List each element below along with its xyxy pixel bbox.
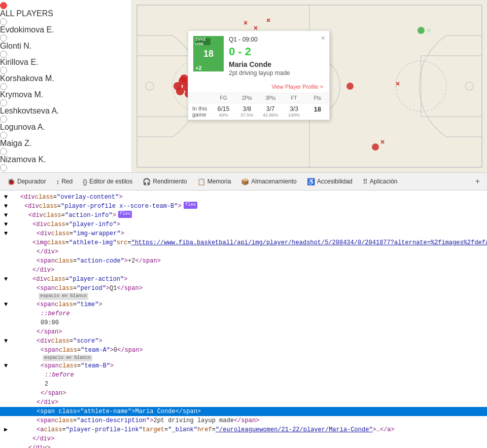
performance-icon: 🎧	[143, 178, 151, 185]
player-row[interactable]: Petrushina T.	[0, 164, 131, 172]
player-name: ALL PLAYERS	[0, 9, 53, 18]
player-radio	[0, 67, 7, 74]
collapse-arrow[interactable]: ▼	[4, 220, 12, 229]
popup-time: 09:00	[242, 36, 258, 43]
toolbar-label-estilos: Editor de estilos	[89, 178, 132, 185]
popup-score: 0 - 2	[229, 45, 324, 58]
profile-link-text: View Player Profile >	[271, 84, 323, 90]
collapse-arrow[interactable]: ▼	[4, 275, 12, 284]
img-src-link[interactable]: "https://www.fiba.basketball/api/img/pla…	[131, 238, 487, 247]
html-line: ▶ <a class="player-profile-link" target=…	[0, 425, 487, 434]
player-row[interactable]: Korshakova M.	[0, 67, 131, 83]
stats-row-label: In this game	[188, 105, 212, 118]
tag-open: <	[37, 284, 40, 293]
player-name: Petrushina T.	[0, 171, 47, 172]
collapse-arrow[interactable]: ▼	[4, 211, 12, 220]
player-name: Korshakova M.	[0, 74, 54, 83]
player-name: Leshkovtseva A.	[0, 106, 59, 115]
tag-open: <	[32, 275, 36, 284]
player-name: Nizamova K.	[0, 155, 46, 164]
toolbar-item-editor-estilos[interactable]: {} Editor de estilos	[78, 173, 137, 190]
html-line: ▼ <div class="player-info">	[0, 220, 487, 229]
whitespace-badge: espacio en blanco	[39, 293, 88, 300]
popup-period: Q1	[229, 36, 237, 43]
player-name: Evdokimova E.	[0, 25, 54, 34]
whitespace-badge: espacio en blanco	[43, 355, 92, 362]
html-line: 09:00	[0, 318, 487, 327]
collapse-arrow[interactable]: ▼	[4, 202, 12, 211]
app-icon: ⠿	[363, 178, 368, 185]
player-radio	[0, 148, 7, 155]
player-radio	[0, 132, 7, 139]
tag-close: </span>	[37, 327, 62, 337]
team-b-score: 2	[45, 380, 48, 389]
collapse-arrow[interactable]: ▼	[4, 193, 12, 202]
player-row[interactable]: Evdokimova E.	[0, 18, 131, 34]
html-line: espacio en blanco	[0, 293, 487, 300]
expand-arrow[interactable]: ▶	[4, 425, 12, 434]
player-name: Kirillova E.	[0, 58, 39, 66]
html-line: </div>	[0, 398, 487, 407]
player-row[interactable]: ALL PLAYERS	[0, 2, 131, 18]
html-line: ▼ <div class="player-profile x--score-te…	[0, 202, 487, 211]
toolbar-label-almacenamiento: Almacenamiento	[251, 178, 296, 185]
devtools-toolbar: 🐞 Depurador ↕ Red {} Editor de estilos 🎧…	[0, 172, 487, 191]
tag-close: </div>	[32, 434, 54, 443]
player-row[interactable]: Kirillova E.	[0, 51, 131, 67]
toolbar-item-red[interactable]: ↕ Red	[51, 173, 78, 190]
toolbar-label-memoria: Memoria	[207, 178, 231, 185]
toolbar-item-almacenamiento[interactable]: 📦 Almacenamiento	[236, 173, 301, 190]
html-line: <span class="action-code">+2</span>	[0, 256, 487, 266]
toolbar-item-accesibilidad[interactable]: ♿ Accesibilidad	[302, 173, 358, 190]
popup-close-button[interactable]: ×	[321, 34, 325, 42]
collapse-arrow[interactable]: ▼	[4, 337, 12, 346]
svg-point-14	[180, 74, 188, 83]
html-line: ▼ <span class="time">	[0, 300, 487, 309]
toolbar-item-memoria[interactable]: 📋 Memoria	[192, 173, 236, 190]
toolbar-item-aplicacion[interactable]: ⠿ Aplicación	[358, 173, 403, 190]
collapse-arrow[interactable]: ▼	[4, 361, 12, 370]
add-panel-button[interactable]: +	[470, 177, 485, 186]
html-line: </div>	[0, 247, 487, 256]
html-line: ▼ <div class="player-action">	[0, 275, 487, 284]
collapse-arrow[interactable]: ▼	[4, 300, 12, 309]
svg-text:×: ×	[380, 138, 385, 146]
player-row[interactable]: Logunova A.	[0, 116, 131, 132]
stats-col-label	[188, 95, 212, 101]
player-row[interactable]: Nizamova K.	[0, 148, 131, 164]
html-line: ▼ <span class="team-B">	[0, 361, 487, 370]
player-row[interactable]: Maiga Z.	[0, 132, 131, 148]
player-radio	[0, 18, 7, 25]
player-row[interactable]: Krymova M.	[0, 83, 131, 99]
tag-open: <	[37, 337, 40, 346]
popup-header: 18 ZVVZ USK +2 Q1 - 09:00 0 - 2 Maria Co…	[188, 31, 329, 84]
toolbar-label-aplicacion: Aplicación	[370, 178, 398, 185]
view-player-profile-link[interactable]: View Player Profile >	[188, 84, 329, 93]
player-stats-table: FG 2Pts 3Pts FT Pts In this game 6/15 40…	[188, 93, 329, 120]
devtools-html-editor[interactable]: ▼ <div class="overlay-content"> ▼ <div c…	[0, 191, 487, 448]
stats-fg: 6/15 40%	[212, 105, 235, 118]
flex-badge: flex	[118, 211, 132, 218]
html-line: </div>	[0, 266, 487, 275]
toolbar-item-depurador[interactable]: 🐞 Depurador	[2, 173, 51, 190]
tag-close: </div>	[37, 247, 58, 256]
profile-href-link[interactable]: "/euroleaguewomen/21-22/player/Maria-Con…	[216, 425, 373, 434]
player-radio	[0, 164, 7, 171]
toolbar-label-accesibilidad: Accesibilidad	[317, 178, 353, 185]
html-line: ▼ <div class="score">	[0, 337, 487, 346]
svg-point-16	[173, 82, 182, 90]
collapse-arrow[interactable]: ▼	[4, 229, 12, 238]
tag-open: <	[41, 361, 44, 370]
html-line: espacio en blanco	[0, 355, 487, 362]
tag-close: </div>	[32, 266, 54, 275]
html-line-highlighted[interactable]: <span class="athlete-name">Maria Conde</…	[0, 407, 487, 416]
top-section: ALL PLAYERS Evdokimova E. Glonti N. Kiri…	[0, 0, 487, 172]
stats-ft: 3/3 100%	[282, 105, 305, 118]
player-row[interactable]: Leshkovtseva A.	[0, 99, 131, 116]
stats-pts: 18	[306, 105, 329, 118]
html-line: <span class="team-A">0</span>	[0, 346, 487, 355]
html-line: ▼ <div class="overlay-content">	[0, 193, 487, 202]
toolbar-item-rendimiento[interactable]: 🎧 Rendimiento	[137, 173, 192, 190]
toolbar-label-depurador: Depurador	[17, 178, 46, 185]
player-row[interactable]: Glonti N.	[0, 34, 131, 51]
